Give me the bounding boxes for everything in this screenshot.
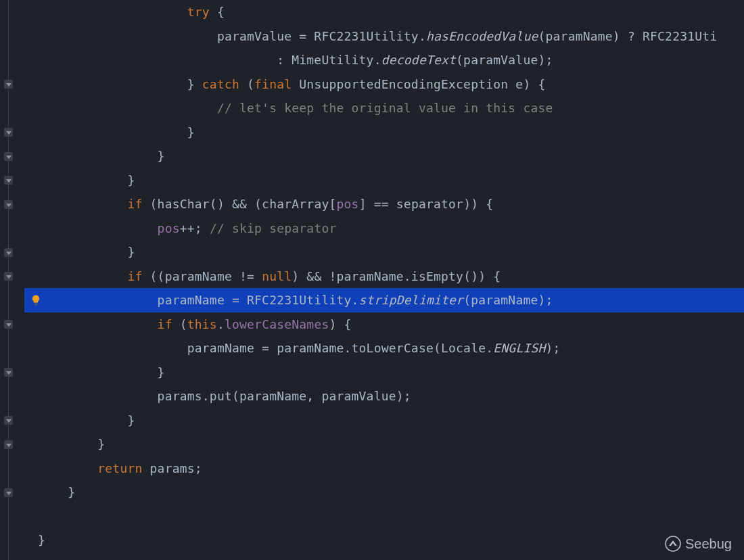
fold-toggle-icon[interactable] — [4, 272, 13, 281]
code-token: } — [38, 149, 165, 163]
code-token: // skip separator — [210, 221, 337, 235]
code-token: pos — [158, 221, 180, 235]
code-token: (paramValue); — [456, 53, 553, 67]
code-token: if — [127, 269, 142, 283]
fold-toggle-icon[interactable] — [4, 152, 13, 161]
code-line[interactable]: try { — [24, 0, 744, 24]
code-token: if — [158, 317, 172, 331]
code-token: lowerCaseNames — [225, 317, 329, 331]
code-line[interactable]: } — [24, 168, 744, 193]
code-line[interactable]: // let's keep the original value in this… — [24, 96, 744, 120]
code-token: } — [38, 245, 135, 259]
code-token — [38, 221, 158, 235]
code-line[interactable]: } — [24, 120, 744, 145]
code-token: ++; — [180, 221, 210, 235]
code-token: (paramName); — [463, 293, 553, 307]
code-editor[interactable]: try { paramValue = RFC2231Utility.hasEnc… — [0, 0, 744, 560]
fold-toggle-icon[interactable] — [4, 80, 13, 89]
code-token: hasEncodedValue — [426, 29, 538, 43]
code-token: } — [38, 485, 75, 499]
code-token: ) { — [329, 317, 351, 331]
code-token: paramName = RFC2231Utility. — [38, 293, 359, 307]
code-area[interactable]: try { paramValue = RFC2231Utility.hasEnc… — [24, 0, 744, 560]
code-token: (paramName) ? RFC2231Uti — [538, 29, 717, 43]
code-token: if — [127, 197, 142, 211]
code-token — [38, 509, 45, 523]
code-token: params; — [143, 461, 202, 475]
code-token: this — [187, 317, 217, 331]
fold-toggle-icon[interactable] — [4, 320, 13, 329]
code-token: } — [38, 437, 105, 451]
code-token: } — [38, 173, 135, 187]
code-token — [38, 269, 127, 283]
code-token: catch — [202, 77, 239, 91]
code-token: params.put(paramName, paramValue); — [38, 389, 411, 403]
fold-toggle-icon[interactable] — [4, 200, 13, 209]
seebug-watermark-text: Seebug — [685, 536, 732, 552]
fold-toggle-icon[interactable] — [4, 176, 13, 185]
code-token: UnsupportedEncodingException e) { — [292, 77, 545, 91]
code-token: ENGLISH — [493, 341, 545, 355]
fold-toggle-icon[interactable] — [4, 416, 13, 425]
svg-rect-1 — [34, 304, 37, 305]
fold-toggle-icon[interactable] — [4, 128, 13, 137]
code-token: decodeText — [381, 53, 456, 67]
fold-toggle-icon[interactable] — [4, 488, 13, 497]
code-line[interactable]: if (this.lowerCaseNames) { — [24, 312, 744, 337]
code-token: (hasChar() && (charArray[ — [143, 197, 337, 211]
code-line[interactable]: : MimeUtility.decodeText(paramValue); — [24, 48, 744, 72]
code-token: return — [97, 461, 142, 475]
code-line[interactable]: pos++; // skip separator — [24, 216, 744, 241]
code-token: ); — [546, 341, 561, 355]
fold-toggle-icon[interactable] — [4, 440, 13, 449]
fold-toggle-icon[interactable] — [4, 248, 13, 257]
intention-bulb-icon[interactable] — [30, 294, 42, 306]
code-line[interactable]: paramName = paramName.toLowerCase(Locale… — [24, 336, 744, 360]
svg-point-2 — [666, 536, 680, 551]
code-line[interactable]: if (hasChar() && (charArray[pos] == sepa… — [24, 192, 744, 216]
code-token: // let's keep the original value in this… — [217, 101, 553, 115]
code-token: } — [38, 413, 135, 427]
seebug-watermark: Seebug — [665, 536, 732, 552]
code-line[interactable]: } — [24, 360, 744, 385]
code-token: } — [38, 533, 45, 547]
code-token: paramName = paramName.toLowerCase(Locale… — [38, 341, 493, 355]
code-line[interactable]: } — [24, 432, 744, 457]
code-token: } — [38, 125, 195, 139]
code-token: : MimeUtility. — [38, 53, 381, 67]
seebug-logo-icon — [665, 536, 681, 552]
code-line[interactable]: if ((paramName != null) && !paramName.is… — [24, 264, 744, 289]
code-line[interactable]: } — [24, 409, 744, 433]
code-line[interactable]: return params; — [24, 457, 744, 481]
code-token: ((paramName != — [143, 269, 262, 283]
code-token: ] == separator)) { — [359, 197, 494, 211]
code-line[interactable]: } catch (final UnsupportedEncodingExcept… — [24, 72, 744, 97]
code-token — [38, 197, 127, 211]
code-line[interactable]: paramValue = RFC2231Utility.hasEncodedVa… — [24, 24, 744, 49]
code-token: } — [38, 77, 202, 91]
code-token: ( — [239, 77, 254, 91]
code-token: try — [187, 5, 210, 19]
code-token: paramValue = RFC2231Utility. — [38, 29, 426, 43]
code-token: null — [262, 269, 292, 283]
gutter[interactable] — [0, 0, 24, 560]
code-token — [38, 101, 217, 115]
code-token: final — [254, 77, 292, 91]
code-line[interactable]: } — [24, 528, 744, 553]
code-token — [38, 461, 97, 475]
code-token: { — [210, 5, 225, 19]
code-line[interactable] — [24, 505, 744, 529]
code-line[interactable]: params.put(paramName, paramValue); — [24, 384, 744, 409]
code-line[interactable]: } — [24, 240, 744, 264]
code-token — [38, 5, 187, 19]
code-token: } — [38, 365, 165, 379]
code-token: ) && !paramName.isEmpty()) { — [292, 269, 501, 283]
code-line[interactable]: } — [24, 480, 744, 505]
code-token: ( — [172, 317, 187, 331]
code-token: stripDelimiter — [359, 293, 464, 307]
code-line[interactable]: } — [24, 144, 744, 168]
fold-toggle-icon[interactable] — [4, 368, 13, 377]
code-line[interactable]: paramName = RFC2231Utility.stripDelimite… — [24, 288, 744, 312]
code-token — [38, 317, 158, 331]
code-token: pos — [337, 197, 359, 211]
